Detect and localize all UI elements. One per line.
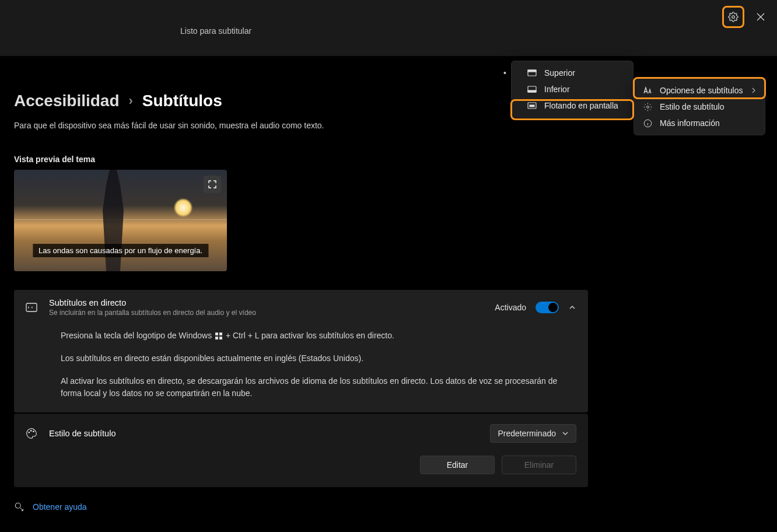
caption-style-title: Estilo de subtítulo [49, 429, 480, 438]
text-size-icon [642, 86, 653, 94]
caption-style-dropdown[interactable]: Predeterminado [490, 424, 576, 443]
breadcrumb-parent[interactable]: Accesibilidad [14, 92, 120, 110]
caption-status: Listo para subtitular [180, 26, 251, 36]
svg-rect-2 [215, 332, 218, 335]
chevron-down-icon [562, 430, 569, 437]
breadcrumb-current: Subtítulos [142, 92, 222, 110]
menu-item-label: Superior [544, 68, 575, 78]
menu-item-more-info[interactable]: Más información [634, 115, 765, 131]
menu-item-label: Inferior [544, 85, 570, 94]
expand-preview-button[interactable] [204, 176, 221, 193]
dropdown-value: Predeterminado [498, 429, 556, 438]
close-button[interactable] [749, 6, 772, 28]
svg-rect-5 [219, 337, 222, 340]
menu-item-label: Flotando en pantalla [544, 101, 618, 110]
menu-item-label: Estilo de subtítulo [660, 102, 724, 111]
menu-item-label: Opciones de subtítulos [660, 86, 743, 95]
close-icon [757, 13, 765, 21]
svg-rect-4 [215, 337, 218, 340]
menu-item-floating[interactable]: Flotando en pantalla [512, 97, 633, 114]
help-icon [14, 502, 24, 512]
breadcrumb-separator: › [129, 93, 133, 108]
svg-rect-1 [26, 303, 37, 312]
svg-point-8 [33, 431, 34, 432]
live-captions-body: Presiona la tecla del logotipo de Window… [14, 325, 588, 412]
selected-bullet-icon: • [503, 68, 506, 78]
svg-rect-3 [219, 332, 222, 335]
settings-button[interactable] [722, 6, 744, 28]
floating-icon [527, 102, 537, 109]
caption-style-card: Estilo de subtítulo Predeterminado Edita… [14, 414, 588, 487]
svg-point-7 [30, 430, 32, 432]
gear-small-icon [642, 103, 653, 111]
live-captions-toggle[interactable] [536, 302, 559, 313]
live-captions-subtitle: Se incluirán en la pantalla subtítulos e… [49, 309, 484, 317]
toggle-status: Activado [495, 303, 526, 312]
palette-icon [24, 428, 38, 439]
help-label: Obtener ayuda [33, 502, 87, 512]
live-captions-header[interactable]: Subtítulos en directo Se incluirán en la… [14, 290, 588, 325]
windows-key-icon [215, 332, 222, 340]
preview-sun [174, 199, 192, 216]
chevron-up-icon [568, 303, 576, 312]
info-icon [642, 119, 653, 128]
menu-item-label: Más información [660, 118, 720, 128]
get-help-link[interactable]: Obtener ayuda [14, 502, 87, 512]
caption-bar: Listo para subtitular [0, 0, 777, 57]
position-menu: • Superior Inferior Flotando en pantalla [511, 61, 634, 118]
delete-button: Eliminar [502, 456, 576, 474]
chevron-right-icon [751, 88, 757, 93]
menu-item-top[interactable]: • Superior [512, 65, 633, 81]
dock-top-icon [527, 69, 537, 76]
gear-icon [728, 12, 738, 22]
settings-panel: Subtítulos en directo Se incluirán en la… [14, 290, 588, 487]
menu-item-bottom[interactable]: Inferior [512, 81, 633, 97]
menu-item-caption-options[interactable]: Opciones de subtítulos [634, 82, 765, 99]
menu-item-style[interactable]: Estilo de subtítulo [634, 99, 765, 115]
live-captions-privacy: Al activar los subtítulos en directo, se… [61, 375, 576, 400]
settings-menu: Opciones de subtítulos Estilo de subtítu… [634, 78, 765, 135]
expand-icon [208, 180, 216, 188]
svg-rect-11 [528, 70, 536, 72]
live-captions-title: Subtítulos en directo [49, 298, 484, 307]
preview-caption: Las ondas son causadas por un flujo de e… [33, 244, 208, 257]
theme-preview: Las ondas son causadas por un flujo de e… [14, 170, 227, 271]
svg-point-6 [29, 432, 30, 433]
preview-label: Vista previa del tema [14, 155, 777, 164]
svg-rect-15 [530, 105, 534, 107]
dock-bottom-icon [527, 86, 537, 93]
titlebar-actions [722, 6, 772, 28]
edit-button[interactable]: Editar [420, 456, 495, 474]
captions-icon [24, 303, 38, 312]
live-captions-tip: Presiona la tecla del logotipo de Window… [61, 330, 576, 342]
live-captions-card: Subtítulos en directo Se incluirán en la… [14, 290, 588, 412]
svg-rect-13 [528, 90, 536, 92]
svg-point-9 [15, 503, 20, 508]
svg-point-0 [732, 16, 735, 19]
svg-point-16 [646, 106, 649, 108]
live-captions-availability: Los subtítulos en directo están disponib… [61, 352, 576, 365]
